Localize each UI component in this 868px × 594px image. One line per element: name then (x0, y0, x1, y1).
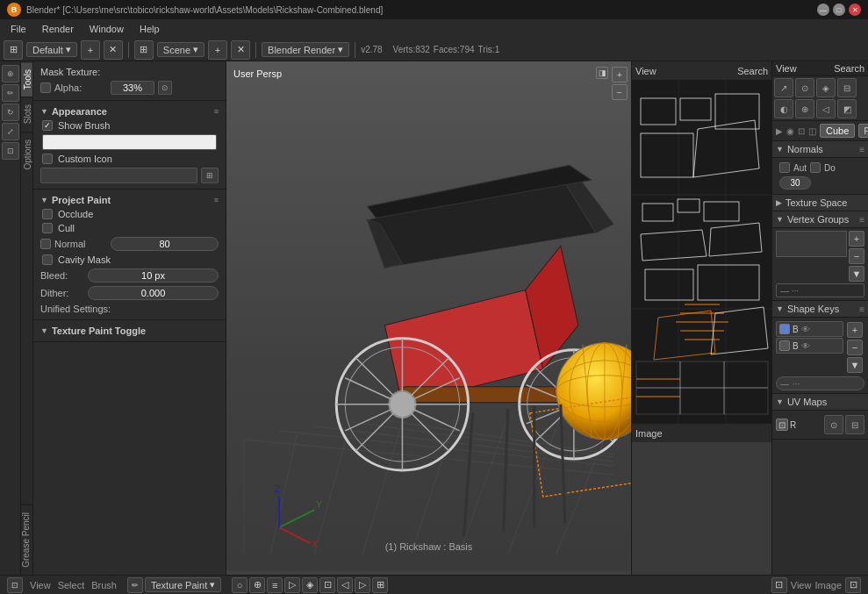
workspace-dropdown[interactable]: Default ▾ (26, 42, 77, 57)
close-button[interactable]: ✕ (849, 4, 861, 16)
statusbar-select[interactable]: Select (58, 580, 85, 590)
mode-dropdown[interactable]: Texture Paint ▾ (145, 577, 221, 592)
cull-checkbox[interactable] (42, 223, 53, 233)
sk-eye-1[interactable]: 👁 (801, 325, 810, 334)
cavity-mask-checkbox[interactable] (42, 254, 53, 265)
alpha-value[interactable]: 33% (111, 81, 154, 95)
sb-view-btn[interactable]: ⊡ (771, 577, 787, 593)
sb-icon-5[interactable]: ◈ (302, 577, 318, 593)
tool-btn-5[interactable]: ⊡ (2, 142, 19, 160)
vg-add-btn[interactable]: + (849, 231, 864, 247)
menu-window[interactable]: Window (82, 22, 131, 36)
sk-item-2[interactable]: B 👁 (776, 338, 843, 354)
appearance-header[interactable]: ▼ Appearance ≡ (37, 104, 222, 118)
tab-options[interactable]: Options (21, 132, 32, 176)
show-brush-checkbox[interactable] (42, 120, 53, 131)
bleed-value[interactable]: 10 px (88, 268, 219, 283)
scene-eye-icon[interactable]: ◉ (786, 126, 794, 136)
vg-special-btn[interactable]: ▼ (849, 266, 864, 282)
uv-image-label[interactable]: Image (635, 428, 663, 439)
icon-picker[interactable] (40, 168, 197, 183)
viewport-3d[interactable]: Y X Z User Persp + − ◨ (1) Rickshaw : Ba… (226, 61, 631, 575)
rp-tool-7[interactable]: ◁ (816, 99, 836, 118)
menu-file[interactable]: File (4, 22, 33, 36)
sb-icon-7[interactable]: ◁ (337, 577, 353, 593)
minimize-button[interactable]: — (817, 4, 829, 16)
tab-grease-pencil[interactable]: Grease Pencil (21, 505, 32, 575)
sk-item-1[interactable]: B 👁 (776, 321, 843, 337)
rp-tool-5[interactable]: ◐ (774, 99, 793, 118)
uv-maps-header[interactable]: ▼ UV Maps (772, 394, 868, 411)
header-icon-1[interactable]: ⊞ (4, 40, 23, 60)
uvm-btn-1[interactable]: ⊙ (824, 415, 843, 434)
cube-label[interactable]: Cube (820, 124, 855, 138)
uvm-btn-2[interactable]: ⊟ (845, 415, 864, 434)
tool-btn-2[interactable]: ✏ (2, 84, 19, 102)
sk-eye-2[interactable]: 👁 (801, 341, 810, 351)
menu-render[interactable]: Render (35, 22, 81, 36)
sb-icon-1[interactable]: ○ (232, 577, 247, 593)
rp-tool-3[interactable]: ◈ (816, 78, 836, 97)
sb-right-icon[interactable]: ⊡ (845, 577, 861, 593)
normals-do-checkbox[interactable] (810, 162, 821, 173)
rp-tool-4[interactable]: ⊟ (837, 78, 857, 97)
occlude-checkbox[interactable] (42, 209, 53, 219)
vertex-groups-header[interactable]: ▼ Vertex Groups ≡ (772, 211, 868, 228)
sb-icon-2[interactable]: ⊕ (249, 577, 265, 593)
tool-btn-4[interactable]: ⤢ (2, 123, 19, 140)
icon-browse-btn[interactable]: ⊞ (201, 168, 219, 183)
mode-icon[interactable]: ✏ (127, 577, 143, 593)
tab-tools[interactable]: Tools (21, 61, 32, 97)
normals-expand[interactable]: ≡ (859, 145, 864, 154)
sk-add-btn[interactable]: + (847, 322, 863, 338)
normals-aut-checkbox[interactable] (779, 162, 790, 173)
sb-icon-3[interactable]: ≡ (267, 577, 283, 593)
rp-tool-2[interactable]: ⊙ (795, 78, 814, 97)
normal-value[interactable]: 80 (111, 237, 219, 251)
scene-add[interactable]: + (208, 40, 227, 60)
project-paint-header[interactable]: ▼ Project Paint ≡ (37, 193, 222, 207)
maximize-button[interactable]: □ (833, 4, 845, 16)
normals-header[interactable]: ▼ Normals ≡ (772, 141, 868, 158)
menu-help[interactable]: Help (133, 22, 167, 36)
alpha-checkbox[interactable] (40, 82, 51, 93)
vg-list[interactable] (776, 231, 847, 257)
f-button[interactable]: F (858, 124, 868, 138)
viewport-plus-btn[interactable]: + (612, 67, 628, 82)
vg-remove-btn[interactable]: − (849, 248, 864, 264)
statusbar-brush[interactable]: Brush (91, 580, 117, 590)
viewport-marker-icon[interactable]: ◨ (596, 67, 608, 79)
shape-keys-header[interactable]: ▼ Shape Keys ≡ (772, 301, 868, 318)
scene-dropdown[interactable]: Scene ▾ (157, 42, 204, 57)
tool-btn-1[interactable]: ⊕ (2, 65, 19, 82)
vg-expand[interactable]: ≡ (859, 215, 864, 225)
scene-tree-expand[interactable]: ▶ (776, 126, 783, 136)
sb-icon-4[interactable]: ▷ (284, 577, 300, 593)
sk-special-btn[interactable]: ▼ (847, 357, 863, 373)
uv-search-label[interactable]: Search (737, 66, 768, 76)
sk-expand[interactable]: ≡ (859, 304, 864, 314)
dither-value[interactable]: 0.000 (88, 286, 219, 300)
scene-del[interactable]: ✕ (231, 40, 250, 60)
rp-tool-6[interactable]: ⊕ (795, 99, 814, 118)
header-icon-2[interactable]: ⊞ (134, 40, 154, 60)
statusbar-view[interactable]: View (30, 580, 51, 590)
rp-search-label[interactable]: Search (834, 63, 864, 74)
texture-space-header[interactable]: ▶ Texture Space (772, 195, 868, 211)
appearance-menu[interactable]: ≡ (214, 107, 219, 116)
header-del-workspace[interactable]: ✕ (104, 40, 123, 60)
custom-icon-checkbox[interactable] (42, 154, 53, 164)
sb-icon-9[interactable]: ⊞ (372, 577, 388, 593)
viewport-minus-btn[interactable]: − (612, 84, 628, 100)
sb-icon-8[interactable]: ▷ (355, 577, 370, 593)
statusbar-icon[interactable]: ⊡ (7, 577, 23, 593)
tool-btn-3[interactable]: ↻ (2, 104, 19, 121)
rp-tool-1[interactable]: ↗ (774, 78, 793, 97)
texture-paint-header[interactable]: ▼ Texture Paint Toggle (37, 324, 222, 338)
normals-value[interactable]: 30 (779, 176, 811, 190)
sb-icon-6[interactable]: ⊡ (319, 577, 335, 593)
tab-slots[interactable]: Slots (21, 97, 32, 131)
brush-color-swatch[interactable] (42, 134, 217, 150)
uv-view-label[interactable]: View (635, 66, 656, 76)
rp-tool-8[interactable]: ◩ (837, 99, 857, 118)
